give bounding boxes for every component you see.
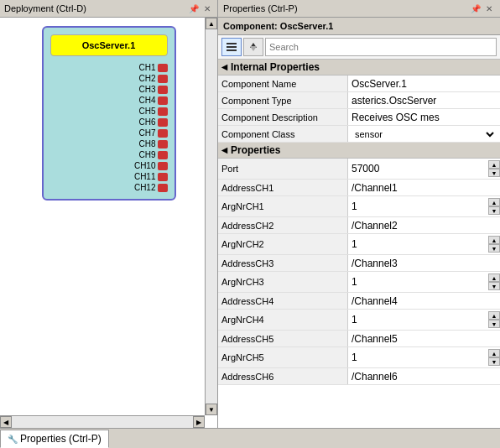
prop-name: AddressCH5 — [218, 331, 348, 346]
properties-scroll-area[interactable]: ◀ Internal Properties Component Name Osc… — [218, 60, 500, 428]
spinner[interactable]: ▲ ▼ — [488, 160, 500, 177]
channel-row: CH4 — [54, 96, 168, 105]
properties-tab[interactable]: 🔧 Properties (Ctrl-P) — [0, 430, 109, 448]
toolbar-btn-sort[interactable] — [243, 38, 263, 56]
spin-down[interactable]: ▼ — [488, 244, 500, 253]
channel-row: CH12 — [54, 183, 168, 192]
spin-up[interactable]: ▲ — [488, 349, 500, 357]
prop-value: /Channel5 — [348, 331, 500, 346]
channel-label: CH9 — [131, 150, 156, 159]
prop-value: 1 ▲ ▼ — [348, 272, 500, 292]
prop-value: 1 ▲ ▼ — [348, 234, 500, 254]
props-section-header: ◀ Properties — [218, 143, 500, 159]
spin-down[interactable]: ▼ — [488, 169, 500, 177]
channel-pin[interactable] — [158, 184, 168, 192]
prop-name: ArgNrCH1 — [218, 196, 348, 216]
prop-value: 1 ▲ ▼ — [348, 196, 500, 216]
vertical-scrollbar[interactable]: ▲ ▼ — [205, 18, 217, 415]
channel-row: CH10 — [54, 161, 168, 170]
channel-pin[interactable] — [158, 118, 168, 127]
spin-down[interactable]: ▼ — [488, 206, 500, 215]
spin-up[interactable]: ▲ — [488, 311, 500, 320]
prop-row: AddressCH3 /Channel3 — [218, 255, 500, 272]
section-arrow-props: ◀ — [221, 146, 227, 154]
internal-props-container: Component Name OscServer.1 Component Typ… — [218, 76, 500, 143]
deployment-title: Deployment (Ctrl-D) — [4, 3, 86, 13]
close-icon-right[interactable]: ✕ — [483, 3, 495, 14]
toolbar — [218, 35, 500, 60]
deployment-panel: Deployment (Ctrl-D) 📌 ✕ OscServer.1 CH1 … — [0, 0, 218, 428]
prop-name: Component Class — [218, 126, 348, 142]
spin-down[interactable]: ▼ — [488, 282, 500, 290]
spin-up[interactable]: ▲ — [488, 273, 500, 282]
channel-pin[interactable] — [158, 151, 168, 159]
horizontal-scrollbar[interactable]: ◀ ▶ — [0, 415, 205, 428]
channel-label: CH4 — [131, 96, 156, 105]
prop-name: AddressCH4 — [218, 293, 348, 309]
deployment-canvas: OscServer.1 CH1 CH2 CH3 CH4 CH5 CH6 CH7 … — [0, 18, 217, 428]
scroll-down-btn[interactable]: ▼ — [206, 404, 217, 415]
prop-value[interactable]: sensor — [348, 126, 500, 142]
prop-row: Port 57000 ▲ ▼ — [218, 159, 500, 180]
channel-pin[interactable] — [158, 75, 168, 83]
spin-up[interactable]: ▲ — [488, 236, 500, 244]
spin-up[interactable]: ▲ — [488, 160, 500, 169]
prop-name: AddressCH1 — [218, 180, 348, 195]
spinner[interactable]: ▲ ▼ — [488, 349, 500, 366]
properties-panel-header: Properties (Ctrl-P) 📌 ✕ — [218, 0, 500, 18]
prop-value: /Channel2 — [348, 217, 500, 233]
channel-label: CH3 — [131, 85, 156, 94]
channel-pin[interactable] — [158, 173, 168, 181]
prop-name: Component Description — [218, 109, 348, 125]
prop-row: ArgNrCH2 1 ▲ ▼ — [218, 234, 500, 255]
channel-pin[interactable] — [158, 96, 168, 105]
prop-row: AddressCH5 /Channel5 — [218, 331, 500, 347]
prop-value: Receives OSC mes — [348, 109, 500, 125]
pin-icon-right[interactable]: 📌 — [470, 3, 482, 14]
prop-select[interactable]: sensor — [352, 128, 497, 140]
prop-row: Component Description Receives OSC mes — [218, 109, 500, 126]
spin-up[interactable]: ▲ — [488, 198, 500, 206]
scroll-left-btn[interactable]: ◀ — [0, 416, 12, 428]
tab-icon: 🔧 — [8, 435, 18, 444]
spinner[interactable]: ▲ ▼ — [488, 311, 500, 328]
tab-label: Properties (Ctrl-P) — [20, 433, 102, 445]
channel-label: CH2 — [131, 74, 156, 83]
close-icon[interactable]: ✕ — [201, 3, 213, 14]
spin-down[interactable]: ▼ — [488, 320, 500, 328]
channel-pin[interactable] — [158, 162, 168, 170]
properties-panel: Properties (Ctrl-P) 📌 ✕ Component: OscSe… — [218, 0, 500, 428]
internal-props-label: Internal Properties — [231, 61, 320, 73]
prop-name: ArgNrCH5 — [218, 347, 348, 367]
channel-pin[interactable] — [158, 140, 168, 148]
channel-row: CH9 — [54, 150, 168, 159]
channel-pin[interactable] — [158, 64, 168, 72]
props-container: Port 57000 ▲ ▼ AddressCH1 /Channel1 ArgN… — [218, 159, 500, 385]
prop-value: /Channel4 — [348, 293, 500, 309]
prop-row: Component Name OscServer.1 — [218, 76, 500, 92]
channel-pin[interactable] — [158, 86, 168, 94]
scroll-up-btn[interactable]: ▲ — [206, 18, 217, 29]
svg-rect-1 — [227, 46, 237, 48]
pin-icon[interactable]: 📌 — [188, 3, 200, 14]
toolbar-btn-list[interactable] — [221, 38, 242, 56]
spinner[interactable]: ▲ ▼ — [488, 198, 500, 215]
prop-value: 1 ▲ ▼ — [348, 310, 500, 330]
spinner[interactable]: ▲ ▼ — [488, 236, 500, 253]
channel-pin[interactable] — [158, 107, 168, 116]
prop-row: AddressCH6 /Channel6 — [218, 368, 500, 385]
channel-pin[interactable] — [158, 129, 168, 138]
search-input[interactable] — [265, 38, 497, 56]
list-icon — [226, 41, 237, 53]
sort-icon — [247, 41, 259, 53]
spinner[interactable]: ▲ ▼ — [488, 273, 500, 290]
channel-label: CH1 — [131, 63, 156, 72]
scroll-right-btn[interactable]: ▶ — [193, 416, 205, 428]
prop-value: /Channel1 — [348, 180, 500, 195]
prop-row: AddressCH1 /Channel1 — [218, 180, 500, 196]
prop-name: ArgNrCH2 — [218, 234, 348, 254]
internal-props-section-header: ◀ Internal Properties — [218, 60, 500, 76]
properties-panel-title: Properties (Ctrl-P) — [223, 3, 298, 13]
spin-down[interactable]: ▼ — [488, 357, 500, 366]
component-label[interactable]: OscServer.1 — [50, 34, 168, 56]
